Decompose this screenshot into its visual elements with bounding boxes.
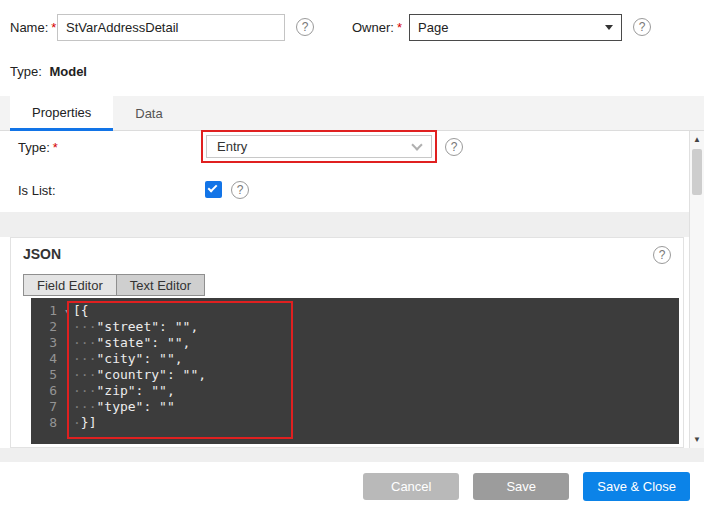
field-editor-button[interactable]: Field Editor <box>23 274 116 296</box>
entry-type-select[interactable]: Entry <box>206 135 432 158</box>
is-list-label: Is List: <box>18 183 56 198</box>
indent-dots: ··· <box>73 367 96 383</box>
name-help-icon[interactable]: ? <box>296 18 314 36</box>
entry-type-label: Type:* <box>18 140 58 155</box>
owner-select[interactable]: Page <box>409 14 622 41</box>
is-list-checkbox[interactable] <box>205 181 222 198</box>
fold-icon <box>61 335 73 351</box>
editor-toggle-group: Field Editor Text Editor <box>23 274 205 296</box>
line-number: 1 <box>31 303 61 319</box>
vertical-scrollbar[interactable]: ▲ ▼ <box>689 131 704 448</box>
field-editor-button-label: Field Editor <box>37 278 103 293</box>
save-and-close-button[interactable]: Save & Close <box>583 472 690 501</box>
type-label-text: Type: <box>10 64 42 79</box>
name-label: Name:* <box>10 20 56 35</box>
variable-editor-dialog: Name:* StVarAddressDetail ? Owner:* Page… <box>0 0 704 511</box>
is-list-help-icon[interactable]: ? <box>231 181 249 199</box>
question-mark-icon: ? <box>451 140 458 154</box>
footer-divider <box>0 448 704 462</box>
code-line: 3 ··· "state": "", <box>31 335 679 351</box>
text-editor-button-label: Text Editor <box>130 278 191 293</box>
variable-type-row: Type: Model <box>10 64 87 79</box>
question-mark-icon: ? <box>639 20 646 34</box>
code-text: "type": "" <box>96 399 174 415</box>
code-text: "zip": "", <box>96 383 174 399</box>
section-divider <box>0 212 704 237</box>
owner-help-icon[interactable]: ? <box>633 18 651 36</box>
fold-icon <box>61 319 73 335</box>
scrollbar-thumb[interactable] <box>692 149 702 195</box>
scroll-up-icon[interactable]: ▲ <box>690 135 704 144</box>
indent-dots: ··· <box>73 383 96 399</box>
fold-icon <box>61 383 73 399</box>
scroll-down-glyph: ▼ <box>693 435 701 444</box>
text-editor-button[interactable]: Text Editor <box>116 274 205 296</box>
tab-properties-label: Properties <box>32 105 91 120</box>
footer: Cancel Save Save & Close <box>0 462 704 511</box>
line-number: 8 <box>31 415 61 431</box>
tab-properties[interactable]: Properties <box>10 96 113 131</box>
code-line: 1 ▾ [{ <box>31 303 679 319</box>
question-mark-icon: ? <box>302 20 309 34</box>
tab-data-label: Data <box>135 106 162 121</box>
owner-select-value: Page <box>418 20 448 35</box>
indent-dots: · <box>73 415 81 431</box>
cancel-button[interactable]: Cancel <box>363 473 459 500</box>
json-panel: JSON ? Field Editor Text Editor 1 ▾ [{ 2… <box>10 237 684 448</box>
fold-icon <box>61 415 73 431</box>
line-number: 4 <box>31 351 61 367</box>
code-line: 8 · }] <box>31 415 679 431</box>
scroll-down-icon[interactable]: ▼ <box>690 435 704 444</box>
name-input[interactable]: StVarAddressDetail <box>57 14 285 41</box>
fold-icon <box>61 399 73 415</box>
code-text: }] <box>81 415 97 431</box>
code-line: 7 ··· "type": "" <box>31 399 679 415</box>
owner-label: Owner:* <box>352 20 402 35</box>
tab-data[interactable]: Data <box>113 96 184 131</box>
entry-type-select-value: Entry <box>217 139 247 154</box>
name-input-value: StVarAddressDetail <box>66 20 178 35</box>
checkmark-icon <box>208 183 218 193</box>
code-text: [{ <box>73 303 89 319</box>
line-number: 5 <box>31 367 61 383</box>
save-button[interactable]: Save <box>473 473 569 500</box>
is-list-label-text: Is List: <box>18 183 56 198</box>
tab-strip: Properties Data <box>0 96 704 131</box>
line-number: 2 <box>31 319 61 335</box>
indent-dots: ··· <box>73 351 96 367</box>
fold-icon <box>61 367 73 383</box>
caret-down-icon <box>605 25 613 30</box>
type-select-annotation: Entry <box>201 130 437 163</box>
indent-dots: ··· <box>73 399 96 415</box>
code-text: "state": "", <box>96 335 190 351</box>
json-panel-title: JSON <box>23 246 61 262</box>
json-help-icon[interactable]: ? <box>653 246 671 264</box>
chevron-down-icon <box>411 139 422 150</box>
type-value-text: Model <box>49 64 87 79</box>
line-number: 6 <box>31 383 61 399</box>
code-line: 2 ··· "street": "", <box>31 319 679 335</box>
name-label-text: Name: <box>10 20 48 35</box>
question-mark-icon: ? <box>237 183 244 197</box>
fold-icon[interactable]: ▾ <box>61 303 73 319</box>
question-mark-icon: ? <box>659 248 666 262</box>
owner-label-text: Owner: <box>352 20 394 35</box>
owner-required-asterisk: * <box>397 20 402 35</box>
code-text: "city": "", <box>96 351 182 367</box>
code-line: 4 ··· "city": "", <box>31 351 679 367</box>
code-text: "country": "", <box>96 367 206 383</box>
entry-type-label-text: Type: <box>18 140 50 155</box>
indent-dots: ··· <box>73 319 96 335</box>
code-text: "street": "", <box>96 319 198 335</box>
line-number: 7 <box>31 399 61 415</box>
entry-type-help-icon[interactable]: ? <box>445 138 463 156</box>
scroll-up-glyph: ▲ <box>693 135 701 144</box>
json-code-editor[interactable]: 1 ▾ [{ 2 ··· "street": "", 3 ··· "state"… <box>31 298 679 444</box>
code-line: 6 ··· "zip": "", <box>31 383 679 399</box>
fold-icon <box>61 351 73 367</box>
entry-type-required-asterisk: * <box>53 140 58 155</box>
code-line: 5 ··· "country": "", <box>31 367 679 383</box>
indent-dots: ··· <box>73 335 96 351</box>
name-required-asterisk: * <box>51 20 56 35</box>
line-number: 3 <box>31 335 61 351</box>
